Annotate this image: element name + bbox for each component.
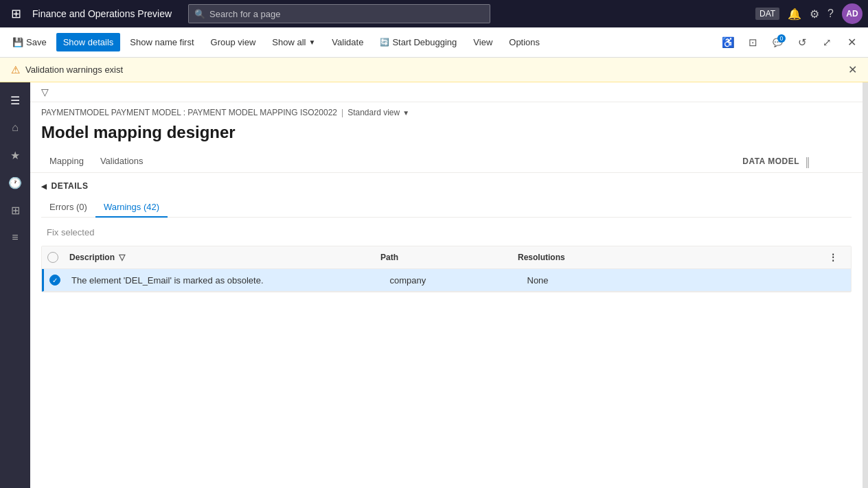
tabs: Mapping Validations DATA MODEL ‖ [30, 150, 863, 173]
header-path: Path [380, 253, 518, 262]
row-path: company [390, 275, 527, 286]
close-button[interactable]: ✕ [841, 32, 863, 54]
options-button[interactable]: Options [502, 33, 547, 51]
validate-label: Validate [332, 37, 363, 47]
details-label: DETAILS [52, 181, 89, 191]
details-arrow-icon: ◀ [41, 183, 47, 190]
accessibility-icon[interactable]: ♿ [717, 32, 739, 54]
env-badge: DAT [755, 8, 779, 20]
fix-selected-button[interactable]: Fix selected [41, 224, 100, 240]
help-icon[interactable]: ? [827, 8, 834, 20]
settings-icon[interactable]: ⚙ [810, 8, 819, 21]
sidebar-item-home[interactable]: ⌂ [3, 115, 27, 140]
breadcrumb-view[interactable]: Standard view ▼ [347, 108, 409, 117]
row-checkbox[interactable]: ✓ [49, 275, 60, 286]
fix-selected-label: Fix selected [47, 227, 94, 237]
sidebar-item-menu[interactable]: ☰ [3, 88, 27, 113]
show-details-button[interactable]: Show details [56, 33, 121, 51]
chevron-down-icon: ▼ [402, 109, 409, 117]
table-header: Description ▽ Path Resolutions ⋮ [42, 246, 851, 269]
warning-icon: ⚠ [11, 64, 20, 76]
notification-icon[interactable]: 🔔 [788, 8, 801, 21]
start-debugging-label: Start Debugging [392, 37, 457, 47]
search-placeholder: Search for a page [209, 9, 280, 19]
row-resolutions: None [527, 275, 846, 286]
details-section: ◀ DETAILS Errors (0) Warnings (42) Fix s… [30, 173, 863, 292]
filter-row: ▽ [30, 82, 863, 102]
select-all-checkbox[interactable] [47, 252, 58, 263]
header-more[interactable]: ⋮ [829, 253, 845, 262]
save-button[interactable]: 💾 Save [5, 33, 54, 51]
data-model-label: DATA MODEL [742, 156, 799, 166]
show-name-first-label: Show name first [130, 37, 194, 47]
sub-tabs: Errors (0) Warnings (42) [41, 198, 852, 218]
row-check[interactable]: ✓ [49, 275, 71, 286]
table-row[interactable]: ✓ The element 'DEL_Email' is marked as o… [42, 269, 851, 292]
app-title: Finance and Operations Preview [32, 8, 172, 19]
sidebar-item-favorites[interactable]: ★ [3, 143, 27, 167]
warning-bar: ⚠ Validation warnings exist ✕ [0, 58, 868, 82]
panel-resize-handle[interactable] [863, 82, 868, 488]
group-view-button[interactable]: Group view [204, 33, 263, 51]
sub-tab-warnings[interactable]: Warnings (42) [95, 198, 168, 218]
warning-close-button[interactable]: ✕ [848, 63, 857, 76]
header-description: Description ▽ [69, 253, 380, 262]
show-name-first-button[interactable]: Show name first [123, 33, 201, 51]
header-check[interactable] [47, 252, 69, 263]
options-label: Options [509, 37, 540, 47]
filter-description-icon[interactable]: ▽ [119, 253, 125, 262]
top-nav-right: DAT 🔔 ⚙ ? AD [755, 3, 863, 24]
notification-count-icon[interactable]: 💬0 [766, 32, 788, 54]
start-debugging-button[interactable]: 🔄 Start Debugging [373, 33, 464, 51]
toolbar-right: ♿ ⊡ 💬0 ↺ ⤢ ✕ [717, 32, 863, 54]
row-description: The element 'DEL_Email' is marked as obs… [71, 275, 390, 286]
filter-icon[interactable]: ▽ [41, 86, 49, 97]
sidebar: ☰ ⌂ ★ 🕐 ⊞ ≡ [0, 82, 30, 488]
chevron-down-icon: ▼ [308, 38, 315, 46]
save-icon: 💾 [12, 37, 23, 47]
show-all-button[interactable]: Show all ▼ [265, 33, 322, 51]
content-area: ▽ PAYMENTMODEL PAYMENT MODEL : PAYMENT M… [30, 82, 863, 488]
save-label: Save [26, 37, 47, 47]
breadcrumb-text: PAYMENTMODEL PAYMENT MODEL : PAYMENT MOD… [41, 108, 337, 117]
view-button[interactable]: View [466, 33, 499, 51]
breadcrumb-separator: | [341, 108, 343, 117]
main-layout: ☰ ⌂ ★ 🕐 ⊞ ≡ ▽ PAYMENTMODEL PAYMENT MODEL… [0, 82, 868, 488]
layout-icon[interactable]: ⊡ [742, 32, 764, 54]
avatar[interactable]: AD [842, 3, 863, 24]
debug-icon: 🔄 [380, 38, 389, 47]
search-icon: 🔍 [194, 9, 205, 19]
validate-button[interactable]: Validate [325, 33, 370, 51]
refresh-icon[interactable]: ↺ [791, 32, 813, 54]
sidebar-item-workspaces[interactable]: ⊞ [3, 198, 27, 222]
top-nav: ⊞ Finance and Operations Preview 🔍 Searc… [0, 0, 868, 27]
search-box[interactable]: 🔍 Search for a page [188, 4, 490, 23]
warning-text: Validation warnings exist [25, 65, 123, 75]
resize-handle-indicator: ‖ [805, 155, 810, 168]
show-all-label: Show all [272, 37, 306, 47]
breadcrumb-view-label: Standard view [347, 108, 400, 117]
apps-icon[interactable]: ⊞ [5, 3, 27, 24]
warnings-table: Description ▽ Path Resolutions ⋮ [41, 246, 852, 292]
group-view-label: Group view [211, 37, 256, 47]
view-label: View [473, 37, 492, 47]
toolbar: 💾 Save Show details Show name first Grou… [0, 27, 868, 58]
show-details-label: Show details [63, 37, 114, 47]
details-header[interactable]: ◀ DETAILS [41, 181, 852, 191]
open-in-new-icon[interactable]: ⤢ [816, 32, 838, 54]
sidebar-item-recent[interactable]: 🕐 [3, 170, 27, 195]
sidebar-item-list[interactable]: ≡ [3, 225, 27, 250]
sub-tab-errors[interactable]: Errors (0) [41, 198, 95, 218]
page-title: Model mapping designer [30, 120, 863, 150]
tab-validations[interactable]: Validations [92, 150, 152, 173]
breadcrumb: PAYMENTMODEL PAYMENT MODEL : PAYMENT MOD… [30, 102, 863, 120]
header-resolutions: Resolutions [518, 253, 829, 262]
tab-mapping[interactable]: Mapping [41, 150, 92, 173]
